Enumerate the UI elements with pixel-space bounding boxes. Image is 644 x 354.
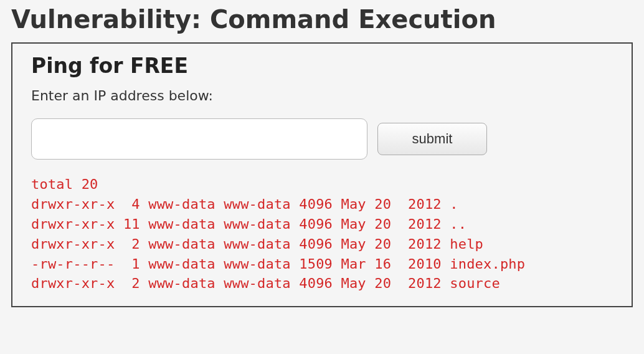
content-box: Ping for FREE Enter an IP address below:…	[11, 42, 633, 307]
instructions-text: Enter an IP address below:	[31, 88, 613, 103]
page-title: Vulnerability: Command Execution	[0, 0, 644, 42]
form-row: submit	[31, 118, 613, 160]
command-output: total 20 drwxr-xr-x 4 www-data www-data …	[31, 175, 613, 294]
submit-button[interactable]: submit	[377, 123, 487, 155]
ip-input[interactable]	[31, 118, 367, 160]
section-title: Ping for FREE	[31, 54, 613, 78]
